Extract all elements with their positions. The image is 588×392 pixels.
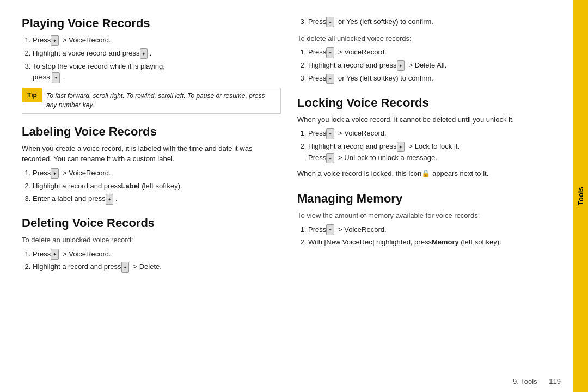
tools-side-tab[interactable]: Tools [573,0,588,392]
delete-contd-step-3: Press✦ or Yes (left softkey) to confirm. [308,16,556,28]
locking-intro: When you lock a voice record, it cannot … [297,114,556,125]
section-locking: Locking Voice Records When you lock a vo… [297,96,556,182]
key-icon-12: ✦ [326,128,334,139]
key-icon-14: ✦ [326,153,334,164]
footer-page-number: 119 [549,377,561,385]
side-tab-label: Tools [577,187,585,205]
delete-all-intro: To delete all unlocked voice records: [297,33,556,44]
key-icon-3: ✦ [52,72,60,83]
section-title-locking: Locking Voice Records [297,96,556,110]
delete-all-step-1: Press✦ > VoiceRecord. [308,47,556,58]
key-icon-7: ✦ [121,262,130,273]
section-title-memory: Managing Memory [297,192,556,206]
key-icon-11: ✦ [326,74,334,84]
labeling-step-3: Enter a label and press✦ . [33,193,281,205]
labeling-step-1: Press✦ > VoiceRecord. [33,168,281,179]
key-icon-6: ✦ [51,249,59,260]
key-icon-9: ✦ [326,47,334,58]
labeling-steps-list: Press✦ > VoiceRecord. Highlight a record… [33,168,281,205]
locking-steps-list: Press✦ > VoiceRecord. Highlight a record… [308,128,556,163]
memory-steps-list: Press✦ > VoiceRecord. With [New VoiceRec… [308,224,556,249]
labeling-step-2: Highlight a record and pressLabel (left … [33,181,281,192]
playing-step-2: Highlight a voice record and press✦ . [33,48,281,59]
section-memory: Managing Memory To view the amount of me… [297,192,556,250]
section-playing: Playing Voice Records Press✦ > VoiceReco… [22,16,281,115]
section-deleting: Deleting Voice Records To delete an unlo… [22,216,281,274]
key-icon-13: ✦ [397,142,405,152]
delete-contd-steps: Press✦ or Yes (left softkey) to confirm. [308,16,556,28]
left-column: Playing Voice Records Press✦ > VoiceReco… [22,16,281,381]
key-icon-4: ✦ [51,168,59,179]
section-labeling: Labeling Voice Records When you create a… [22,125,281,206]
deleting-steps-list: Press✦ > VoiceRecord. Highlight a record… [33,249,281,273]
key-icon-15: ✦ [326,224,334,235]
tip-text: To fast forward, scroll right. To rewind… [42,88,280,113]
deleting-step-1: Press✦ > VoiceRecord. [33,249,281,260]
locking-step-1: Press✦ > VoiceRecord. [308,128,556,139]
memory-step-1: Press✦ > VoiceRecord. [308,224,556,236]
memory-intro: To view the amount of memory available f… [297,210,556,221]
delete-all-step-2: Highlight a record and press✦ > Delete A… [308,60,556,71]
right-column: Press✦ or Yes (left softkey) to confirm.… [297,16,562,381]
key-icon-5: ✦ [106,194,114,205]
delete-all-step-3: Press✦ or Yes (left softkey) to confirm. [308,73,556,84]
tip-box: Tip To fast forward, scroll right. To re… [22,88,281,114]
tip-label: Tip [22,88,42,102]
section-delete-contd: Press✦ or Yes (left softkey) to confirm.… [297,16,556,86]
deleting-step-2: Highlight a record and press✦ > Delete. [33,261,281,273]
key-icon-10: ✦ [397,60,405,71]
delete-all-steps: Press✦ > VoiceRecord. Highlight a record… [308,47,556,84]
section-title-deleting: Deleting Voice Records [22,216,281,230]
locking-icon-note: When a voice record is locked, this icon… [297,168,556,179]
key-icon-2: ✦ [140,48,148,59]
section-title-labeling: Labeling Voice Records [22,125,281,139]
memory-step-2: With [New VoiceRec] highlighted, pressMe… [308,237,556,248]
labeling-intro: When you create a voice record, it is la… [22,143,281,164]
deleting-intro: To delete an unlocked voice record: [22,235,281,246]
section-title-playing: Playing Voice Records [22,16,281,30]
key-icon-8: ✦ [326,17,334,28]
key-icon-1: ✦ [51,35,59,46]
page-footer: 9. Tools 119 [513,377,561,385]
playing-steps-list: Press✦ > VoiceRecord. Highlight a voice … [33,35,281,83]
playing-step-1: Press✦ > VoiceRecord. [33,35,281,46]
locking-step-2: Highlight a record and press✦ > Lock to … [308,141,556,164]
playing-step-3: To stop the voice record while it is pla… [33,61,281,84]
footer-text: 9. Tools [513,377,537,385]
